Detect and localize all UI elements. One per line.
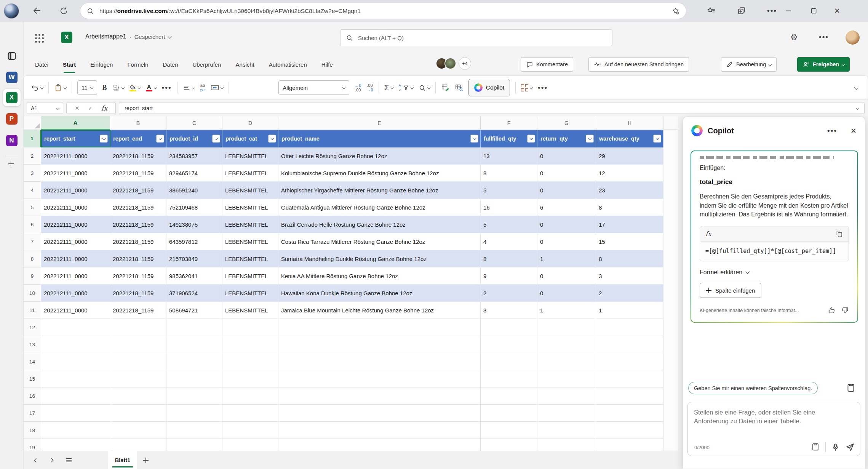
ribbon-collapse-button[interactable]	[855, 86, 858, 89]
table-header-cell-product_id[interactable]: product_id	[166, 130, 222, 147]
cell-E12[interactable]	[278, 319, 481, 336]
cell-A13[interactable]	[41, 336, 110, 353]
cell-D2[interactable]: LEBENSMITTEL	[222, 147, 278, 165]
row-header-12[interactable]: 12	[24, 319, 41, 336]
cell-F3[interactable]: 8	[481, 165, 537, 182]
table-header-cell-fullfilled_qty[interactable]: fullfilled_qty	[481, 130, 537, 147]
cell-G17[interactable]	[537, 405, 596, 422]
cell-B12[interactable]	[110, 319, 166, 336]
catch-up-button[interactable]: Auf den neuesten Stand bringen	[588, 57, 689, 72]
cell-B13[interactable]	[110, 336, 166, 353]
cell-E5[interactable]: Guatemala Antigua Mittlerer Röstung Ganz…	[278, 199, 481, 216]
cell-E15[interactable]	[278, 370, 481, 387]
cell-A17[interactable]	[41, 405, 110, 422]
cell-C14[interactable]	[166, 353, 222, 370]
cell-F2[interactable]: 13	[481, 147, 537, 165]
cell-A10[interactable]: 202212111_0000	[41, 285, 110, 302]
cell-C10[interactable]: 371906524	[166, 285, 222, 302]
select-all-corner[interactable]	[24, 116, 41, 130]
cell-F15[interactable]	[481, 370, 537, 387]
row-header-18[interactable]: 18	[24, 422, 41, 439]
cell-F12[interactable]	[481, 319, 537, 336]
cell-A19[interactable]	[41, 439, 110, 451]
name-box[interactable]: A1	[27, 102, 63, 114]
row-header-2[interactable]: 2	[24, 147, 41, 165]
cell-G8[interactable]: 1	[537, 250, 596, 267]
row-header-8[interactable]: 8	[24, 250, 41, 267]
cell-F6[interactable]: 5	[481, 216, 537, 233]
formula-preview-text[interactable]: =[@[fulfilled_qty]]*[@[cost_per_item]]	[700, 242, 849, 261]
cell-F16[interactable]	[481, 387, 537, 405]
cell-E16[interactable]	[278, 387, 481, 405]
cell-H5[interactable]: 8	[596, 199, 663, 216]
cell-D15[interactable]	[222, 370, 278, 387]
cell-H14[interactable]	[596, 353, 663, 370]
cell-A7[interactable]: 202212111_0000	[41, 233, 110, 250]
table-header-cell-report_start[interactable]: report_start	[41, 130, 110, 147]
cell-F9[interactable]: 9	[481, 267, 537, 285]
font-color-button[interactable]: A	[146, 84, 157, 91]
cell-D3[interactable]: LEBENSMITTEL	[222, 165, 278, 182]
ribbon-tab-daten[interactable]: Daten	[162, 59, 179, 70]
bookmark-add-icon[interactable]	[671, 7, 680, 15]
window-close-button[interactable]: ✕	[830, 3, 845, 18]
thumbs-up-icon[interactable]	[828, 306, 836, 314]
all-sheets-button[interactable]	[62, 454, 75, 467]
cell-G10[interactable]: 0	[537, 285, 596, 302]
cell-F7[interactable]: 4	[481, 233, 537, 250]
cell-B14[interactable]	[110, 353, 166, 370]
cell-G5[interactable]: 6	[537, 199, 596, 216]
cell-F10[interactable]: 2	[481, 285, 537, 302]
cell-B5[interactable]: 20221218_1159	[110, 199, 166, 216]
cell-B15[interactable]	[110, 370, 166, 387]
cell-H19[interactable]	[596, 439, 663, 451]
cell-H7[interactable]: 15	[596, 233, 663, 250]
browser-back-button[interactable]	[30, 3, 44, 18]
row-header-10[interactable]: 10	[24, 285, 41, 302]
cell-A18[interactable]	[41, 422, 110, 439]
row-header-9[interactable]: 9	[24, 267, 41, 285]
cell-A2[interactable]: 202212111_0000	[41, 147, 110, 165]
insert-column-button[interactable]: Spalte einfügen	[700, 283, 761, 298]
cell-A5[interactable]: 202212111_0000	[41, 199, 110, 216]
notebook-icon[interactable]	[811, 442, 820, 451]
cell-H2[interactable]: 29	[596, 147, 663, 165]
cell-A15[interactable]	[41, 370, 110, 387]
row-header-11[interactable]: 11	[24, 302, 41, 319]
cell-C8[interactable]: 215703849	[166, 250, 222, 267]
autosum-button[interactable]: Σ	[384, 83, 393, 92]
ribbon-tab-hilfe[interactable]: Hilfe	[321, 59, 334, 70]
microphone-icon[interactable]	[831, 443, 840, 451]
cell-G6[interactable]: 0	[537, 216, 596, 233]
cell-B16[interactable]	[110, 387, 166, 405]
account-avatar[interactable]	[846, 30, 860, 45]
table-header-cell-warehouse_qty[interactable]: warehouse_qty	[596, 130, 663, 147]
cell-D11[interactable]: LEBENSMITTEL	[222, 302, 278, 319]
cell-D17[interactable]	[222, 405, 278, 422]
cell-E8[interactable]: Sumatra Mandheling Dunkle Röstung Ganze …	[278, 250, 481, 267]
column-header-A[interactable]: A	[41, 116, 110, 130]
cell-D7[interactable]: LEBENSMITTEL	[222, 233, 278, 250]
sidebar-toggle-button[interactable]	[6, 51, 17, 61]
cell-A14[interactable]	[41, 353, 110, 370]
cell-G19[interactable]	[537, 439, 596, 451]
table-header-cell-product_name[interactable]: product_name	[278, 130, 481, 147]
cell-H17[interactable]	[596, 405, 663, 422]
ribbon-tab-einfügen[interactable]: Einfügen	[90, 59, 113, 70]
ribbon-tab-ansicht[interactable]: Ansicht	[235, 59, 255, 70]
filter-dropdown-return_qty[interactable]	[586, 135, 594, 143]
column-header-C[interactable]: C	[166, 116, 222, 130]
cell-H18[interactable]	[596, 422, 663, 439]
cell-G16[interactable]	[537, 387, 596, 405]
cell-D6[interactable]: LEBENSMITTEL	[222, 216, 278, 233]
font-more-button[interactable]: •••	[162, 86, 172, 90]
rail-item-excel[interactable]: X	[6, 92, 18, 103]
cell-G15[interactable]	[537, 370, 596, 387]
cell-E17[interactable]	[278, 405, 481, 422]
filter-dropdown-product_cat[interactable]	[268, 135, 276, 143]
share-button[interactable]: Freigeben	[797, 57, 850, 72]
cell-H3[interactable]: 12	[596, 165, 663, 182]
borders-button[interactable]	[112, 84, 124, 91]
settings-button[interactable]: ⚙	[790, 32, 798, 42]
app-launcher-button[interactable]	[35, 34, 44, 43]
